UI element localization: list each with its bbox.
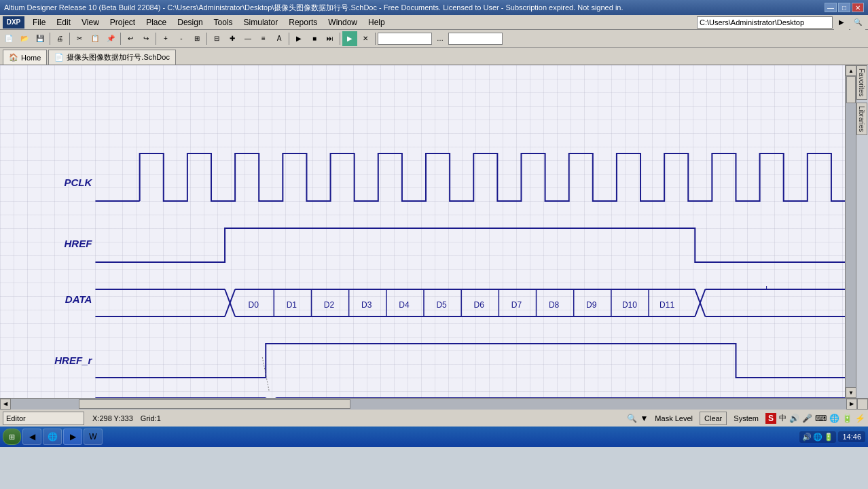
home-tab-label: Home bbox=[21, 54, 41, 62]
menu-design[interactable]: Design bbox=[172, 16, 208, 29]
tb-new[interactable]: 📄 bbox=[1, 31, 16, 46]
coords-text: X:298 Y:333 bbox=[92, 414, 133, 422]
svg-text:DATA: DATA bbox=[65, 293, 92, 305]
waveform-diagram: PCLK HREF DATA bbox=[0, 65, 845, 398]
close-button[interactable]: ✕ bbox=[852, 3, 864, 12]
tb-cut[interactable]: ✂ bbox=[72, 31, 87, 46]
scroll-right-button[interactable]: ▶ bbox=[846, 399, 857, 410]
pclk-waveform: PCLK bbox=[64, 153, 845, 201]
tray-icons: 🔊 🌐 🔋 bbox=[799, 431, 836, 443]
href-waveform: HREF bbox=[64, 228, 845, 262]
svg-text:D1: D1 bbox=[287, 300, 297, 310]
schematic-canvas[interactable]: PCLK HREF DATA bbox=[0, 65, 845, 398]
data-waveform: DATA bbox=[65, 286, 845, 316]
tb-clear-err[interactable]: ✕ bbox=[358, 31, 373, 46]
svg-text:PCLK: PCLK bbox=[64, 177, 92, 188]
tray-icon-3: 🔋 bbox=[824, 433, 833, 441]
tb-compile[interactable]: ▶ bbox=[291, 31, 306, 46]
window-controls: — □ ✕ bbox=[825, 3, 864, 12]
tab-home[interactable]: 🏠 Home bbox=[3, 50, 47, 65]
filter-icon: ▼ bbox=[640, 414, 648, 423]
svg-text:D8: D8 bbox=[549, 300, 560, 310]
menu-edit[interactable]: Edit bbox=[51, 16, 76, 29]
tb-bus[interactable]: ≡ bbox=[256, 31, 271, 46]
status-bar: Editor X:298 Y:333 Grid:1 🔍 ▼ Mask Level… bbox=[0, 409, 868, 427]
keyboard-icon: ⌨ bbox=[815, 414, 827, 423]
tb-value-input2[interactable] bbox=[448, 33, 503, 45]
editor-label: Editor bbox=[3, 412, 84, 425]
menu-tools[interactable]: Tools bbox=[209, 16, 238, 29]
scroll-track[interactable] bbox=[846, 76, 856, 387]
system-label: System bbox=[729, 414, 763, 422]
scroll-thumb[interactable] bbox=[846, 76, 856, 103]
title-bar: Altium Designer Release 10 (Beta Build 2… bbox=[0, 0, 868, 15]
tb-redo[interactable]: ↪ bbox=[139, 31, 153, 46]
windows-logo: ⊞ bbox=[9, 433, 15, 441]
taskbar-icon-word[interactable]: W bbox=[84, 429, 103, 445]
zoom-button[interactable]: 🔍 bbox=[850, 15, 865, 30]
scroll-left-button[interactable]: ◀ bbox=[0, 399, 11, 410]
title-text: Altium Designer Release 10 (Beta Build 2… bbox=[4, 3, 623, 13]
menu-project[interactable]: Project bbox=[105, 16, 141, 29]
tb-label[interactable]: A bbox=[272, 31, 287, 46]
doc-tab-label: 摄像头图像数据加行号.SchDoc bbox=[67, 52, 170, 62]
system-tray: 🔊 🌐 🔋 14:46 bbox=[799, 431, 865, 443]
menu-reports[interactable]: Reports bbox=[283, 16, 323, 29]
tab-document[interactable]: 📄 摄像头图像数据加行号.SchDoc bbox=[48, 50, 176, 65]
svg-text:D3: D3 bbox=[361, 300, 372, 310]
menu-bar: DXP File Edit View Project Place Design … bbox=[0, 15, 868, 30]
tb-run[interactable]: ▶ bbox=[342, 31, 357, 46]
tb-cross[interactable]: ✚ bbox=[225, 31, 240, 46]
dxp-logo[interactable]: DXP bbox=[3, 16, 24, 29]
tb-stop[interactable]: ■ bbox=[307, 31, 322, 46]
path-input[interactable] bbox=[697, 16, 833, 29]
menu-place[interactable]: Place bbox=[141, 16, 172, 29]
svg-text:D9: D9 bbox=[586, 300, 597, 310]
scroll-up-button[interactable]: ▲ bbox=[846, 65, 856, 76]
menu-window[interactable]: Window bbox=[323, 16, 363, 29]
svg-text:D2: D2 bbox=[324, 300, 335, 310]
hscroll-thumb[interactable] bbox=[79, 399, 350, 409]
tb-grid[interactable]: ⊟ bbox=[209, 31, 224, 46]
tray-icon-1: 🔊 bbox=[802, 433, 812, 441]
menu-help[interactable]: Help bbox=[363, 16, 391, 29]
tb-copy[interactable]: 📋 bbox=[88, 31, 103, 46]
tb-step[interactable]: ⏭ bbox=[323, 31, 338, 46]
maximize-button[interactable]: □ bbox=[838, 3, 850, 12]
tb-zoom-out[interactable]: - bbox=[174, 31, 189, 46]
tb-undo[interactable]: ↩ bbox=[123, 31, 138, 46]
hscroll-track[interactable] bbox=[11, 399, 846, 410]
svg-text:HREF_r: HREF_r bbox=[54, 355, 92, 366]
minimize-button[interactable]: — bbox=[825, 3, 837, 12]
horizontal-scrollbar[interactable]: ◀ ▶ bbox=[0, 398, 868, 409]
svg-text:HREF: HREF bbox=[64, 238, 92, 249]
tb-open[interactable]: 📂 bbox=[17, 31, 32, 46]
usb-icon: ⚡ bbox=[855, 414, 865, 423]
tb-zoom-in[interactable]: + bbox=[158, 31, 173, 46]
tb-value-input[interactable] bbox=[378, 33, 432, 45]
clear-button[interactable]: Clear bbox=[700, 412, 727, 425]
statusbar-right: 🔍 ▼ Mask Level Clear System S 中 🔊 🎤 ⌨ 🌐 … bbox=[627, 412, 865, 425]
taskbar-icon-altium[interactable]: ▶ bbox=[63, 429, 82, 445]
favorites-panel-button[interactable]: Favorites bbox=[856, 65, 867, 100]
tray-icon-2: 🌐 bbox=[813, 433, 822, 441]
menu-simulator[interactable]: Simulator bbox=[238, 16, 284, 29]
taskbar-icon-back[interactable]: ◀ bbox=[22, 429, 41, 445]
tb-save[interactable]: 💾 bbox=[33, 31, 48, 46]
path-go-button[interactable]: ▶ bbox=[834, 15, 849, 30]
mask-level-label: Mask Level bbox=[651, 414, 697, 422]
menu-view[interactable]: View bbox=[76, 16, 105, 29]
start-button[interactable]: ⊞ bbox=[3, 429, 21, 445]
href-r-waveform: HREF_r bbox=[54, 344, 845, 391]
toolbar-1: 📄 📂 💾 🖨 ✂ 📋 📌 ↩ ↪ + - ⊞ ⊟ ✚ — ≡ A ▶ ■ ⏭ … bbox=[0, 30, 868, 48]
tb-paste[interactable]: 📌 bbox=[103, 31, 118, 46]
tb-fit[interactable]: ⊞ bbox=[189, 31, 204, 46]
taskbar-icon-browser[interactable]: 🌐 bbox=[43, 429, 62, 445]
menu-file[interactable]: File bbox=[27, 16, 51, 29]
scroll-down-button[interactable]: ▼ bbox=[846, 387, 856, 398]
tb-print[interactable]: 🖨 bbox=[52, 31, 67, 46]
tb-more[interactable]: … bbox=[433, 31, 448, 46]
vertical-scrollbar[interactable]: ▲ ▼ bbox=[845, 65, 856, 398]
tb-wire[interactable]: — bbox=[240, 31, 255, 46]
libraries-panel-button[interactable]: Libraries bbox=[856, 103, 867, 135]
